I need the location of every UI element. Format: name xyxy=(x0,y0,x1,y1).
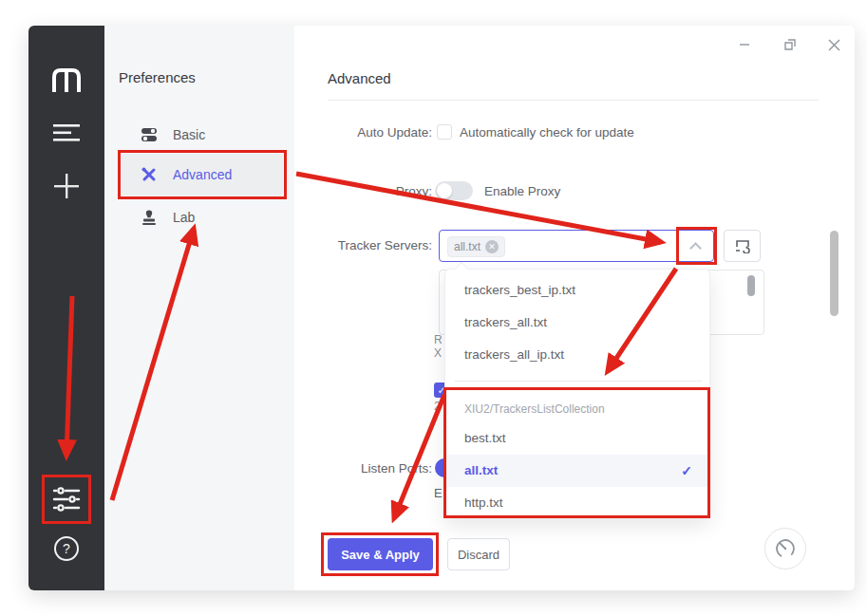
speed-limit-button[interactable] xyxy=(764,528,806,569)
tracker-servers-select[interactable]: all.txt ✕ xyxy=(439,230,714,262)
pref-item-basic[interactable]: Basic xyxy=(122,118,283,152)
proxy-toggle[interactable] xyxy=(435,181,473,200)
auto-update-checkbox[interactable] xyxy=(437,124,452,140)
auto-update-checkbox-label[interactable]: Automatically check for update xyxy=(460,125,634,140)
dropdown-item[interactable]: best.txt xyxy=(445,422,709,455)
minimize-icon[interactable] xyxy=(731,31,758,58)
preferences-panel: Preferences Basic xyxy=(104,26,294,590)
pref-item-lab[interactable]: Lab xyxy=(122,200,283,234)
selected-tracker-tag: all.txt ✕ xyxy=(447,236,505,257)
dropdown-item-selected[interactable]: all.txt ✓ xyxy=(445,455,709,487)
dropdown-item-selected-label: all.txt xyxy=(464,463,498,477)
textarea-scrollbar-thumb[interactable] xyxy=(747,275,755,296)
app-window: ? Preferences Basic xyxy=(28,26,855,590)
hidden-text-fragment: E xyxy=(434,486,443,500)
dropdown-group-label: XIU2/TrackersListCollection xyxy=(445,401,709,418)
listen-ports-label: Listen Ports: xyxy=(294,461,432,476)
hidden-text-fragment: 2 xyxy=(434,400,441,413)
dropdown-item[interactable]: trackers_best_ip.txt xyxy=(445,274,709,307)
maximize-icon[interactable] xyxy=(777,31,803,58)
app-sidebar: ? xyxy=(28,26,104,590)
proxy-toggle-label: Enable Proxy xyxy=(484,184,560,198)
advanced-settings-page: Advanced Auto Update: Automatically chec… xyxy=(294,26,855,590)
preferences-sliders-icon[interactable] xyxy=(28,485,104,513)
screenshot-stage: ? Preferences Basic xyxy=(0,0,867,616)
title-divider xyxy=(328,100,819,101)
pref-item-label: Basic xyxy=(173,127,205,142)
dropdown-item[interactable]: trackers_all.txt xyxy=(445,307,709,339)
help-glyph: ? xyxy=(63,541,70,556)
dropdown-caret xyxy=(455,262,468,275)
sync-tracker-list-button[interactable] xyxy=(724,230,761,262)
dropdown-item[interactable]: http.txt xyxy=(445,487,709,519)
window-controls xyxy=(697,31,849,58)
task-list-icon[interactable] xyxy=(28,122,104,143)
selected-tracker-tag-label: all.txt xyxy=(454,240,481,253)
auto-update-label: Auto Update: xyxy=(294,125,432,140)
tracker-dropdown: trackers_best_ip.txt trackers_all.txt tr… xyxy=(444,269,710,518)
dropdown-item[interactable]: trackers_all_ip.txt xyxy=(445,339,709,371)
close-icon[interactable] xyxy=(820,31,847,58)
pref-item-label: Lab xyxy=(173,210,195,225)
help-icon[interactable]: ? xyxy=(28,535,104,562)
page-title: Advanced xyxy=(328,70,391,86)
add-task-icon[interactable] xyxy=(28,173,104,199)
pref-item-label: Advanced xyxy=(173,167,232,182)
save-apply-button[interactable]: Save & Apply xyxy=(328,538,433,570)
preferences-title: Preferences xyxy=(119,69,196,85)
hidden-text-fragment: R xyxy=(434,333,443,346)
lab-stamp-icon xyxy=(141,209,158,226)
pref-item-advanced[interactable]: Advanced xyxy=(122,154,283,196)
dropdown-divider xyxy=(455,381,702,382)
advanced-tools-icon xyxy=(141,166,158,183)
hidden-text-fragment: X xyxy=(434,346,442,360)
basic-toggles-icon xyxy=(141,126,158,143)
proxy-label: Proxy: xyxy=(294,184,432,198)
discard-button[interactable]: Discard xyxy=(447,538,510,570)
check-icon: ✓ xyxy=(681,455,692,487)
tracker-servers-label: Tracker Servers: xyxy=(294,238,432,252)
motrix-logo-icon xyxy=(28,67,104,94)
chevron-up-icon[interactable] xyxy=(689,242,702,254)
tag-close-icon[interactable]: ✕ xyxy=(485,240,499,253)
page-scrollbar-thumb[interactable] xyxy=(830,231,839,316)
